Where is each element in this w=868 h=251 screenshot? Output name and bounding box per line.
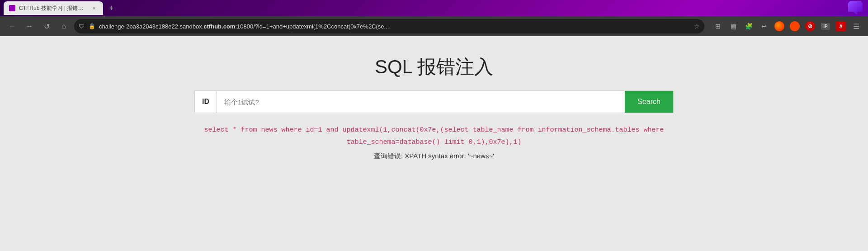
domain-text: ctfhub.com: [203, 23, 235, 30]
undo-button[interactable]: ↩: [758, 20, 770, 33]
adobe-button[interactable]: A: [835, 20, 847, 33]
adobe-icon: A: [836, 21, 846, 31]
sql-query-line2: table_schema=database() limit 0,1),0x7e)…: [204, 136, 664, 148]
user-account-button[interactable]: [788, 20, 801, 33]
firefox-user-button[interactable]: [773, 20, 786, 33]
security-icon: 🛡: [79, 23, 85, 30]
address-bar[interactable]: 🛡 🔒 challenge-2ba3a2043c188e22.sandbox.c…: [74, 19, 704, 33]
grid-icon: ⊞: [715, 23, 721, 30]
refresh-button[interactable]: ↺: [40, 19, 53, 33]
address-text[interactable]: challenge-2ba3a2043c188e22.sandbox.ctfhu…: [99, 23, 690, 30]
content-wrapper: SQL 报错注入 ID Search select * from news wh…: [179, 36, 689, 180]
hamburger-icon: ☰: [853, 22, 859, 31]
page-title: SQL 报错注入: [375, 54, 493, 80]
tab-title: CTFHub 技能学习 | 报错注入: [19, 5, 87, 12]
block-button[interactable]: ⊘: [804, 20, 816, 33]
tab-favicon: [9, 5, 15, 11]
forward-button[interactable]: →: [23, 19, 36, 33]
search-input[interactable]: [217, 91, 625, 113]
sql-query-line1: select * from news where id=1 and update…: [204, 124, 664, 136]
new-tab-button[interactable]: +: [105, 2, 118, 14]
extension-button[interactable]: 🧩: [742, 20, 755, 33]
search-button[interactable]: Search: [625, 91, 673, 113]
bookmark-star[interactable]: ☆: [694, 23, 700, 30]
reader-view-button[interactable]: ⊞: [712, 20, 724, 33]
search-form: ID Search: [194, 90, 674, 113]
sql-query: select * from news where id=1 and update…: [204, 124, 664, 148]
id-label: ID: [195, 91, 217, 113]
nav-right-controls: ⊞ ▤ 🧩 ↩ ⊘: [712, 20, 863, 33]
user-icon: [790, 21, 800, 31]
page-content: SQL 报错注入 ID Search select * from news wh…: [0, 36, 868, 251]
ip-icon: IP: [821, 23, 830, 30]
hamburger-menu-button[interactable]: ☰: [850, 20, 863, 33]
extension-icon: 🧩: [745, 23, 753, 30]
error-output: select * from news where id=1 and update…: [204, 124, 664, 162]
error-message: 查询错误: XPATH syntax error: '~news~': [204, 150, 664, 162]
undo-icon: ↩: [761, 23, 767, 30]
block-icon: ⊘: [805, 21, 815, 31]
ip-button[interactable]: IP: [819, 20, 832, 33]
sidebar-button[interactable]: ▤: [727, 20, 740, 33]
twitch-logo: [846, 0, 864, 16]
home-button[interactable]: ⌂: [57, 19, 71, 33]
sidebar-icon: ▤: [731, 23, 736, 30]
firefox-icon: [774, 21, 784, 31]
nav-bar: ← → ↺ ⌂ 🛡 🔒 challenge-2ba3a2043c188e22.s…: [0, 16, 868, 36]
back-button[interactable]: ←: [5, 19, 19, 33]
active-tab[interactable]: CTFHub 技能学习 | 报错注入 ×: [4, 1, 103, 15]
tab-close-button[interactable]: ×: [90, 5, 98, 12]
lock-icon: 🔒: [89, 23, 95, 29]
tab-bar: CTFHub 技能学习 | 报错注入 × +: [0, 0, 868, 16]
